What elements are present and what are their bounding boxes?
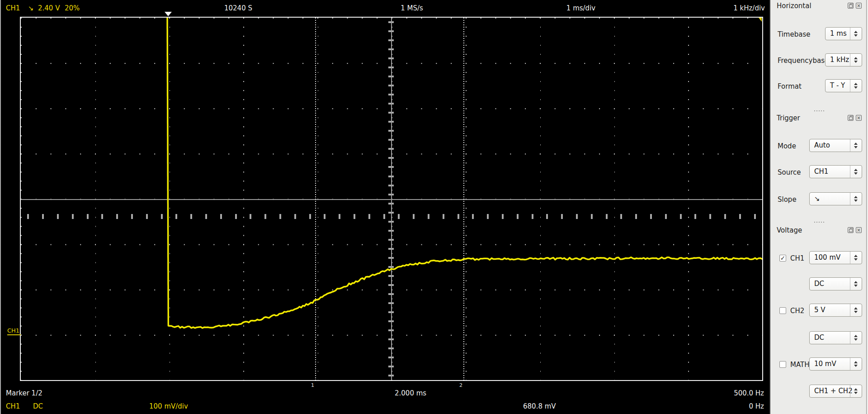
detach-icon[interactable]	[848, 227, 854, 233]
close-icon[interactable]: ×	[856, 3, 862, 9]
topbar-freq-per-div: 1 kHz/div	[733, 4, 765, 12]
detach-icon-glyph2	[850, 228, 854, 229]
topbar-sample-rate: 1 MS/s	[401, 4, 423, 12]
frequencybase-spin-arrows[interactable]	[850, 54, 862, 66]
detach-icon[interactable]	[848, 3, 854, 9]
trigger-slope-value: ↘	[814, 195, 820, 203]
section-title-trigger: Trigger	[777, 114, 800, 122]
marker-1-label: 1	[311, 382, 314, 388]
scope-region: CH1 ↘ 2.40 V 20% 10240 S 1 MS/s 1 ms/div…	[0, 0, 769, 414]
spin-down-icon[interactable]	[854, 200, 858, 202]
ch1-checkbox[interactable]: ✓	[779, 255, 786, 262]
detach-icon[interactable]	[848, 115, 854, 121]
trigger-slope-spinbox[interactable]: ↘	[809, 192, 862, 205]
spin-up-icon[interactable]	[854, 83, 858, 85]
trigger-mode-spin-arrows[interactable]	[850, 139, 862, 152]
trigger-source-spin-arrows[interactable]	[850, 166, 862, 178]
ch2-checkbox[interactable]	[779, 307, 786, 314]
marker-2-label: 2	[459, 382, 462, 388]
trigger-position-marker-icon[interactable]	[165, 12, 172, 16]
ch1-range-spin-arrows[interactable]	[850, 252, 862, 264]
status-coupling: DC	[33, 402, 43, 410]
spin-up-icon[interactable]	[854, 388, 858, 390]
timebase-spinbox[interactable]: 1 ms	[825, 27, 862, 40]
status-volts-per-div: 100 mV/div	[149, 402, 188, 410]
status-marker-title: Marker 1/2	[6, 389, 42, 397]
timebase-spin-arrows[interactable]	[850, 28, 862, 40]
spin-down-icon[interactable]	[854, 146, 858, 148]
frequencybase-label: Frequencybase	[778, 57, 829, 65]
spin-down-icon[interactable]	[854, 285, 858, 287]
trigger-source-value: CH1	[814, 167, 828, 176]
spin-down-icon[interactable]	[854, 392, 858, 394]
trigger-level-clamped-marker-icon	[759, 18, 762, 22]
detach-icon-glyph	[849, 229, 853, 232]
trigger-slope-spin-arrows[interactable]	[850, 193, 862, 205]
format-spinbox[interactable]: T - Y	[825, 79, 862, 92]
close-icon[interactable]: ×	[856, 227, 862, 233]
spin-down-icon[interactable]	[854, 172, 858, 175]
spin-up-icon[interactable]	[854, 255, 858, 257]
ch2-coupling-spin-arrows[interactable]	[850, 332, 862, 344]
ch1-range-value: 100 mV	[814, 253, 840, 262]
ch1-coupling-spin-arrows[interactable]	[850, 278, 862, 290]
window-left-edge	[0, 0, 1, 414]
frequencybase-spinbox[interactable]: 1 kHz	[825, 53, 862, 67]
detach-icon-glyph	[849, 5, 853, 8]
status-marker-frequency: 500.0 Hz	[734, 389, 764, 397]
spin-down-icon[interactable]	[854, 34, 858, 37]
spin-up-icon[interactable]	[854, 335, 858, 337]
topbar-channel-label: CH1	[6, 4, 20, 12]
topbar-slope-icon: ↘	[28, 4, 34, 12]
spin-up-icon[interactable]	[854, 281, 858, 283]
spin-up-icon[interactable]	[854, 31, 858, 33]
spin-up-icon[interactable]	[854, 307, 858, 309]
timebase-label: Timebase	[778, 30, 810, 38]
spin-down-icon[interactable]	[854, 258, 858, 261]
spin-up-icon[interactable]	[854, 196, 858, 198]
math-operation-spinbox[interactable]: CH1 + CH2	[809, 385, 862, 398]
waveform-trace	[21, 18, 762, 380]
ch2-range-spinbox[interactable]: 5 V	[809, 304, 862, 317]
trigger-mode-spinbox[interactable]: Auto	[809, 139, 862, 152]
control-panel: Horizontal × Timebase 1 ms Frequencybase…	[769, 0, 868, 414]
math-range-value: 10 mV	[814, 360, 836, 368]
trigger-section-icons: ×	[848, 115, 862, 121]
spin-up-icon[interactable]	[854, 169, 858, 171]
math-operation-value: CH1 + CH2	[814, 387, 853, 395]
ch1-coupling-spinbox[interactable]: DC	[809, 277, 862, 290]
math-operation-spin-arrows[interactable]	[850, 385, 862, 397]
detach-icon-glyph2	[850, 4, 854, 5]
section-drag-handle[interactable]	[814, 110, 826, 112]
trigger-source-spinbox[interactable]: CH1	[809, 165, 862, 178]
ch2-range-spin-arrows[interactable]	[850, 304, 862, 316]
spin-up-icon[interactable]	[854, 57, 858, 59]
spin-up-icon[interactable]	[854, 143, 858, 145]
format-spin-arrows[interactable]	[850, 80, 862, 92]
spin-down-icon[interactable]	[854, 311, 858, 313]
scope-display[interactable]	[20, 17, 763, 381]
section-drag-handle[interactable]	[814, 221, 826, 224]
detach-icon-glyph2	[850, 116, 854, 117]
math-checkbox-label: MATH	[790, 361, 809, 369]
ch1-range-spinbox[interactable]: 100 mV	[809, 251, 862, 264]
status-marker-time: 2.000 ms	[395, 389, 426, 397]
spin-down-icon[interactable]	[854, 338, 858, 341]
spin-down-icon[interactable]	[854, 61, 858, 63]
trigger-mode-label: Mode	[778, 142, 796, 150]
math-range-spin-arrows[interactable]	[850, 358, 862, 370]
topbar-time-per-div: 1 ms/div	[566, 4, 595, 12]
ch2-coupling-spinbox[interactable]: DC	[809, 331, 862, 344]
math-range-spinbox[interactable]: 10 mV	[809, 357, 862, 371]
trigger-slope-label: Slope	[778, 195, 797, 204]
topbar-sample-count: 10240 S	[224, 4, 252, 12]
status-frequency-readout: 0 Hz	[749, 402, 764, 410]
ch1-ground-marker[interactable]: CH1	[7, 327, 21, 335]
spin-down-icon[interactable]	[854, 86, 858, 89]
spin-up-icon[interactable]	[854, 361, 858, 363]
math-checkbox[interactable]	[779, 361, 786, 368]
close-icon[interactable]: ×	[856, 115, 862, 121]
scope-top-bar: CH1 ↘ 2.40 V 20% 10240 S 1 MS/s 1 ms/div…	[0, 0, 769, 16]
spin-down-icon[interactable]	[854, 365, 858, 367]
timebase-value: 1 ms	[830, 29, 847, 38]
